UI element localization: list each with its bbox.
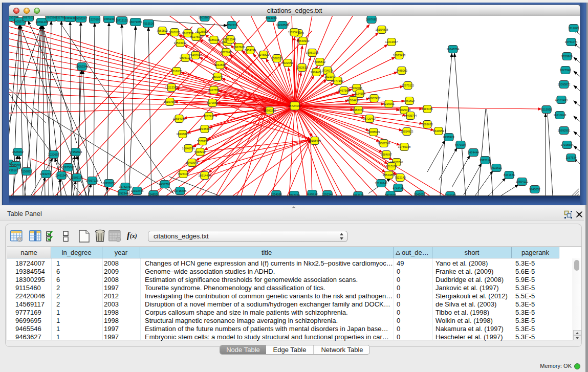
- svg-text:18724007: 18724007: [288, 104, 302, 107]
- svg-text:21364456: 21364456: [347, 99, 360, 102]
- svg-text:9127503: 9127503: [190, 35, 202, 38]
- svg-text:2687682: 2687682: [366, 18, 377, 21]
- svg-text:1292344: 1292344: [322, 193, 333, 196]
- svg-text:16648784: 16648784: [447, 48, 460, 51]
- svg-text:9457791: 9457791: [159, 183, 170, 186]
- svg-text:8938923: 8938923: [443, 136, 454, 139]
- svg-text:2386372: 2386372: [353, 108, 364, 112]
- svg-text:8837314: 8837314: [289, 193, 300, 196]
- svg-text:10653267: 10653267: [75, 17, 88, 20]
- svg-text:1015132: 1015132: [386, 165, 397, 168]
- svg-text:12975115: 12975115: [402, 84, 414, 87]
- svg-text:2967608: 2967608: [233, 46, 245, 49]
- svg-text:9896132: 9896132: [180, 56, 191, 59]
- svg-text:6216001: 6216001: [383, 102, 395, 105]
- svg-text:19158454: 19158454: [309, 139, 321, 142]
- svg-text:1362615: 1362615: [296, 66, 308, 69]
- svg-text:2718170: 2718170: [171, 70, 182, 73]
- svg-text:9329966: 9329966: [561, 55, 573, 58]
- svg-text:1640953: 1640953: [433, 129, 444, 133]
- svg-text:2020657: 2020657: [48, 153, 59, 156]
- svg-text:6099695: 6099695: [422, 123, 433, 126]
- svg-text:9474444: 9474444: [468, 151, 479, 154]
- svg-text:7632621: 7632621: [491, 166, 502, 169]
- svg-text:19218506: 19218506: [276, 24, 289, 27]
- svg-text:1733426: 1733426: [393, 186, 404, 189]
- svg-text:12505175: 12505175: [71, 176, 83, 179]
- svg-text:13640910: 13640910: [297, 39, 310, 42]
- svg-text:16033809: 16033809: [199, 16, 211, 19]
- svg-text:2803144: 2803144: [212, 75, 223, 78]
- svg-text:2626062: 2626062: [12, 150, 24, 154]
- svg-text:8170062: 8170062: [207, 101, 218, 104]
- svg-text:12335394: 12335394: [199, 127, 211, 130]
- svg-text:11325419: 11325419: [288, 31, 300, 34]
- svg-text:11451943: 11451943: [55, 174, 68, 177]
- svg-text:1854126: 1854126: [353, 194, 364, 196]
- svg-text:15751074: 15751074: [565, 40, 578, 43]
- svg-text:10807457: 10807457: [368, 97, 381, 100]
- svg-text:9777169: 9777169: [332, 79, 343, 82]
- svg-text:16671355: 16671355: [129, 20, 142, 24]
- svg-text:9904481: 9904481: [311, 71, 322, 74]
- svg-text:1156829: 1156829: [21, 170, 32, 173]
- svg-text:16782759: 16782759: [119, 185, 132, 188]
- svg-text:7515526: 7515526: [143, 22, 154, 25]
- svg-text:16154838: 16154838: [376, 28, 388, 31]
- svg-text:10025438: 10025438: [398, 108, 411, 112]
- svg-text:8471676: 8471676: [504, 173, 515, 177]
- svg-text:12213967: 12213967: [385, 40, 398, 43]
- svg-text:18807249: 18807249: [378, 142, 390, 145]
- svg-text:17359924: 17359924: [70, 150, 82, 154]
- svg-text:10756928: 10756928: [398, 145, 411, 148]
- svg-text:19654983: 19654983: [173, 117, 186, 120]
- svg-text:7663822: 7663822: [157, 29, 168, 32]
- svg-text:1548526: 1548526: [148, 193, 159, 196]
- svg-text:1167534: 1167534: [565, 156, 576, 159]
- svg-text:9384067: 9384067: [381, 153, 392, 156]
- svg-text:8454749: 8454749: [245, 49, 256, 52]
- svg-text:10719155: 10719155: [116, 19, 128, 22]
- svg-text:9245052: 9245052: [414, 193, 425, 196]
- svg-text:1292344: 1292344: [117, 192, 128, 195]
- svg-text:2935114: 2935114: [480, 159, 490, 162]
- svg-text:8427552: 8427552: [208, 89, 220, 92]
- svg-text:16914409: 16914409: [199, 174, 211, 177]
- svg-text:19166827: 19166827: [177, 133, 189, 136]
- svg-text:1439163: 1439163: [9, 169, 18, 172]
- svg-text:18495794: 18495794: [404, 114, 417, 117]
- svg-text:8813054: 8813054: [266, 16, 277, 19]
- svg-text:9312546: 9312546: [225, 38, 236, 41]
- svg-text:20975887: 20975887: [62, 166, 75, 169]
- svg-text:6479197: 6479197: [455, 143, 466, 146]
- svg-text:6497568: 6497568: [338, 89, 350, 92]
- svg-text:9245052: 9245052: [529, 188, 540, 191]
- svg-text:1254088: 1254088: [271, 193, 282, 196]
- svg-text:12444154: 12444154: [555, 98, 568, 101]
- svg-text:12923446: 12923446: [131, 189, 144, 192]
- svg-text:10958157: 10958157: [103, 182, 116, 185]
- svg-text:7462066: 7462066: [351, 86, 362, 90]
- svg-text:12093872: 12093872: [558, 83, 571, 86]
- svg-text:6466160: 6466160: [103, 17, 115, 20]
- svg-text:10046786: 10046786: [182, 147, 195, 150]
- svg-text:17016504: 17016504: [561, 143, 574, 146]
- svg-text:18300245: 18300245: [264, 109, 276, 112]
- svg-text:5697201: 5697201: [23, 16, 34, 19]
- svg-text:8322051: 8322051: [282, 61, 293, 64]
- svg-text:7955812: 7955812: [314, 60, 325, 63]
- svg-text:12942737: 12942737: [40, 172, 53, 176]
- svg-text:7857274: 7857274: [226, 24, 237, 27]
- svg-text:16210643: 16210643: [554, 114, 567, 117]
- svg-text:7485063: 7485063: [396, 69, 407, 72]
- svg-text:7522143: 7522143: [395, 176, 406, 179]
- svg-text:23420046: 23420046: [189, 54, 202, 57]
- svg-text:8660125: 8660125: [169, 31, 180, 34]
- svg-text:1112045: 1112045: [569, 27, 579, 30]
- svg-text:9227342: 9227342: [560, 69, 571, 72]
- svg-text:15720407: 15720407: [363, 117, 376, 120]
- svg-text:1527602: 1527602: [89, 18, 100, 21]
- svg-text:1136713: 1136713: [307, 192, 317, 195]
- svg-text:16543362: 16543362: [174, 41, 187, 45]
- svg-text:20053346: 20053346: [76, 65, 89, 68]
